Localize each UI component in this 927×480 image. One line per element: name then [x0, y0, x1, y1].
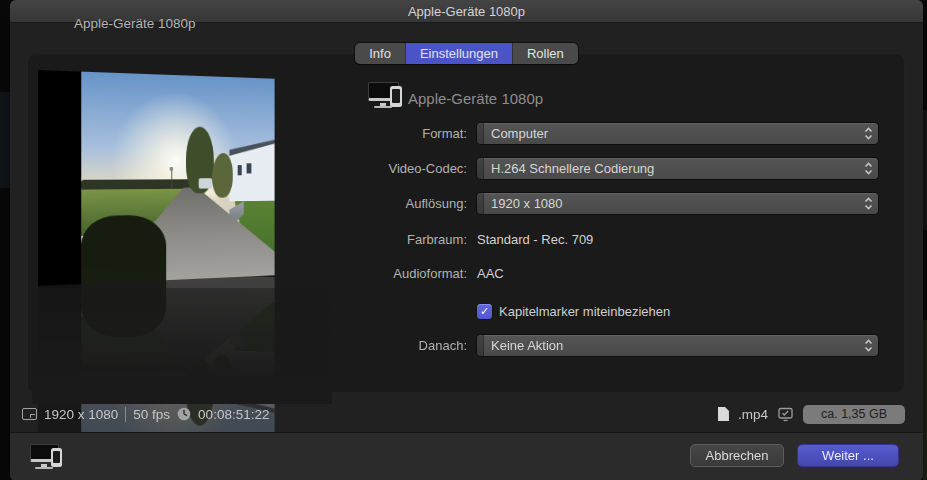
preset-heading: Apple-Geräte 1080p [408, 90, 543, 107]
preview-image [38, 70, 313, 400]
format-value: Computer [491, 126, 864, 141]
tab-einstellungen[interactable]: Einstellungen [406, 43, 513, 64]
chapter-markers-row: ✓ Kapitelmarker miteinbeziehen [477, 304, 670, 319]
apple-devices-icon [368, 82, 408, 110]
background-app-left [0, 92, 10, 188]
chevron-updown-icon [864, 196, 873, 211]
resolution-value: 1920 x 1080 [491, 196, 864, 211]
file-icon [718, 407, 729, 421]
display-check-icon [777, 407, 794, 422]
destination-name: Apple-Geräte 1080p [74, 16, 196, 31]
chevron-updown-icon [864, 161, 873, 176]
status-bar: 1920 x 1080 50 fps 00:08:51:22 .mp4 ca. … [10, 402, 923, 426]
status-right: .mp4 ca. 1,35 GB [718, 405, 905, 424]
codec-select[interactable]: H.264 Schnellere Codierung [477, 158, 878, 179]
colorspace-label: Farbraum: [310, 229, 467, 250]
status-fps: 50 fps [133, 407, 170, 422]
after-label: Danach: [310, 335, 467, 356]
after-select[interactable]: Keine Aktion [477, 335, 878, 356]
codec-value: H.264 Schnellere Codierung [491, 161, 864, 176]
audioformat-label: Audioformat: [310, 263, 467, 284]
codec-label: Video-Codec: [310, 158, 467, 179]
status-file-ext: .mp4 [738, 407, 768, 422]
format-label: Format: [310, 123, 467, 144]
audioformat-value: AAC [477, 263, 504, 284]
resolution-label: Auflösung: [310, 193, 467, 214]
footer-bar [10, 432, 923, 480]
format-select[interactable]: Computer [477, 123, 878, 144]
chapter-markers-label: Kapitelmarker miteinbeziehen [499, 304, 670, 319]
status-resolution: 1920 x 1080 [44, 407, 118, 422]
preview-plane [38, 70, 275, 286]
clock-icon [177, 407, 191, 421]
chevron-updown-icon [864, 126, 873, 141]
window-title: Apple-Geräte 1080p [408, 4, 525, 19]
export-dialog: Apple-Geräte 1080p Info Einstellungen Ro… [10, 0, 923, 480]
after-value: Keine Aktion [491, 338, 864, 353]
checkmark-icon: ✓ [480, 305, 489, 318]
tab-bar: Info Einstellungen Rollen [10, 43, 923, 64]
background-app-right [923, 320, 927, 480]
resolution-select[interactable]: 1920 x 1080 [477, 193, 878, 214]
cancel-button[interactable]: Abbrechen [690, 444, 784, 467]
next-button[interactable]: Weiter ... [797, 444, 899, 467]
aspect-ratio-icon [22, 408, 37, 420]
status-timecode: 00:08:51:22 [198, 407, 269, 422]
status-divider [125, 407, 126, 422]
tab-rollen[interactable]: Rollen [513, 43, 578, 64]
size-estimate-badge: ca. 1,35 GB [803, 405, 905, 424]
chapter-markers-checkbox[interactable]: ✓ [477, 304, 492, 319]
chevron-updown-icon [864, 338, 873, 353]
background-app-right-top [923, 110, 927, 230]
tab-info[interactable]: Info [355, 43, 406, 64]
status-left: 1920 x 1080 50 fps 00:08:51:22 [22, 407, 269, 422]
colorspace-value: Standard - Rec. 709 [477, 229, 593, 250]
destination-device-icon [30, 444, 68, 470]
